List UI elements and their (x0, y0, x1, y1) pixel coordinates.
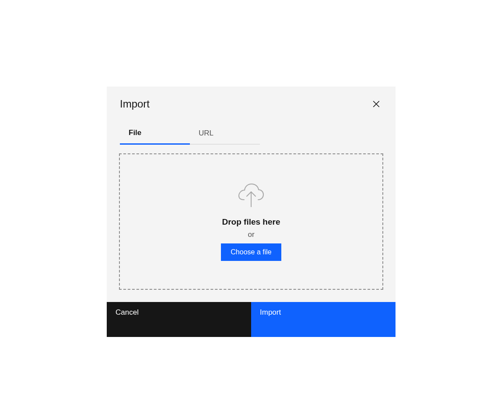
close-icon (372, 100, 380, 108)
tab-list: File URL (107, 123, 396, 145)
drop-text: Drop files here (222, 217, 280, 227)
cancel-button[interactable]: Cancel (107, 302, 251, 337)
modal-title: Import (120, 98, 150, 110)
file-dropzone[interactable]: Drop files here or Choose a file (119, 153, 383, 290)
import-button[interactable]: Import (251, 302, 396, 337)
tab-file[interactable]: File (120, 123, 190, 145)
cloud-upload-icon (236, 182, 266, 208)
close-button[interactable] (369, 97, 383, 111)
tab-label: File (129, 128, 141, 137)
tab-label: URL (199, 129, 214, 137)
drop-separator: or (248, 230, 254, 239)
choose-file-button[interactable]: Choose a file (221, 243, 281, 261)
modal-footer: Cancel Import (107, 302, 396, 337)
tab-url[interactable]: URL (190, 123, 260, 145)
import-modal: Import File URL Drop files here or Choos… (107, 87, 396, 337)
modal-header: Import (107, 87, 396, 111)
